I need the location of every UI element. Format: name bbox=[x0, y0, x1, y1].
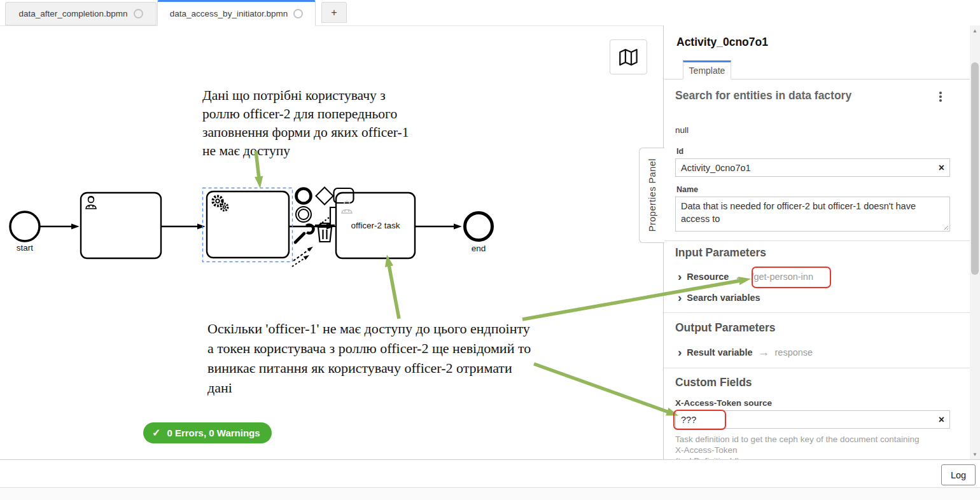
name-input[interactable]: Data that is needed for officer-2 but of… bbox=[676, 197, 949, 231]
divider bbox=[664, 240, 970, 241]
token-source-field: × bbox=[675, 410, 950, 429]
trash-icon[interactable] bbox=[315, 223, 335, 242]
token-source-label: X-Access-Token source bbox=[675, 398, 772, 408]
output-parameters-heading: Output Parameters bbox=[675, 321, 776, 335]
chevron-right-icon[interactable]: › bbox=[678, 293, 682, 302]
log-button[interactable]: Log bbox=[941, 464, 976, 485]
properties-panel: Activity_0cno7o1 Template Search for ent… bbox=[663, 25, 970, 459]
search-variables-row[interactable]: › Search variables bbox=[678, 293, 760, 303]
append-intermediate-event-icon[interactable] bbox=[296, 207, 311, 222]
new-tab-button[interactable]: + bbox=[321, 2, 347, 23]
chevron-right-icon[interactable]: › bbox=[678, 272, 682, 281]
arrow-to-token-field bbox=[534, 364, 669, 412]
template-section-heading: Search for entities in data factory bbox=[675, 89, 851, 102]
resource-row[interactable]: › Resource ← /get-person-inn bbox=[678, 270, 813, 284]
bpmn-end-event[interactable] bbox=[465, 213, 493, 240]
tab-data-after-completion[interactable]: data_after_completion.bpmn bbox=[5, 2, 157, 25]
properties-panel-toggle[interactable]: Properties Panel bbox=[639, 148, 664, 243]
tab-data-access-by-initiator[interactable]: data_access_by_initiator.bpmn bbox=[157, 0, 316, 26]
name-label: Name bbox=[676, 185, 698, 194]
bpmn-end-label: end bbox=[463, 244, 494, 253]
status-badge: ✓ 0 Errors, 0 Warnings bbox=[143, 422, 272, 443]
id-label: Id bbox=[676, 147, 683, 156]
map-icon bbox=[619, 48, 639, 66]
append-gateway-icon[interactable] bbox=[316, 188, 333, 205]
element-id-title: Activity_0cno7o1 bbox=[676, 36, 768, 49]
scrollbar-thumb[interactable] bbox=[971, 62, 979, 275]
bpmn-start-event[interactable] bbox=[10, 212, 39, 241]
id-field: × bbox=[675, 158, 950, 177]
panel-scrollbar[interactable]: ▲ ▼ bbox=[970, 25, 980, 459]
bpmn-task-selected-label: Data that is needed for officer-2 but of… bbox=[209, 196, 286, 252]
result-variable-value: response bbox=[775, 347, 813, 358]
annotation-top: Дані що потрібні користувачу з роллю off… bbox=[202, 87, 409, 160]
check-icon: ✓ bbox=[152, 427, 160, 439]
bpmn-task-officer1-label: officer-1 task bbox=[81, 221, 161, 230]
input-parameters-heading: Input Parameters bbox=[675, 246, 766, 260]
user-task-icon bbox=[86, 197, 96, 209]
log-bar: Log bbox=[0, 459, 980, 487]
tab-label: data_after_completion.bpmn bbox=[18, 9, 127, 18]
bpmn-task-officer2-label: officer-2 task bbox=[336, 221, 415, 230]
tab-status-icon[interactable] bbox=[293, 9, 303, 18]
user-task-icon-faint bbox=[342, 202, 352, 214]
scroll-up-icon[interactable]: ▲ bbox=[970, 25, 980, 36]
result-variable-row[interactable]: › Result variable → response bbox=[678, 345, 813, 359]
divider bbox=[664, 368, 970, 368]
custom-fields-heading: Custom Fields bbox=[675, 376, 752, 389]
tab-label: data_access_by_initiator.bpmn bbox=[170, 9, 288, 18]
template-null-value: null bbox=[675, 125, 689, 135]
connect-arrows-icon[interactable] bbox=[292, 249, 309, 267]
id-input[interactable] bbox=[676, 159, 949, 176]
chevron-right-icon[interactable]: › bbox=[678, 348, 682, 357]
clear-icon[interactable]: × bbox=[939, 162, 944, 174]
divider bbox=[664, 312, 970, 313]
append-end-event-icon[interactable] bbox=[297, 189, 311, 204]
token-source-input[interactable] bbox=[676, 411, 949, 428]
tab-status-icon[interactable] bbox=[134, 9, 143, 18]
resource-value: /get-person-inn bbox=[751, 272, 813, 282]
token-source-help: Task definition id to get the ceph key o… bbox=[675, 434, 953, 459]
annotation-bottom: Оскільки 'officer-1' не має доступу до ц… bbox=[207, 319, 531, 398]
wrench-icon[interactable] bbox=[295, 225, 314, 243]
bpmn-start-label: start bbox=[9, 243, 41, 253]
tab-template[interactable]: Template bbox=[683, 60, 731, 80]
scroll-down-icon[interactable]: ▼ bbox=[970, 449, 980, 459]
name-field: Data that is needed for officer-2 but of… bbox=[675, 197, 950, 232]
footer-strip bbox=[0, 487, 980, 500]
arrow-right-icon: → bbox=[758, 345, 770, 359]
clear-icon[interactable]: × bbox=[939, 414, 944, 426]
tab-bar: data_after_completion.bpmn data_access_b… bbox=[0, 0, 980, 26]
arrow-left-icon: ← bbox=[734, 270, 746, 284]
arrow-to-officer2-task bbox=[389, 265, 399, 319]
kebab-menu-icon[interactable] bbox=[936, 92, 945, 104]
append-task-icon[interactable] bbox=[334, 188, 354, 203]
status-badge-text: 0 Errors, 0 Warnings bbox=[167, 427, 260, 438]
minimap-toggle-button[interactable] bbox=[610, 39, 647, 74]
append-text-annotation-icon[interactable] bbox=[316, 207, 337, 227]
